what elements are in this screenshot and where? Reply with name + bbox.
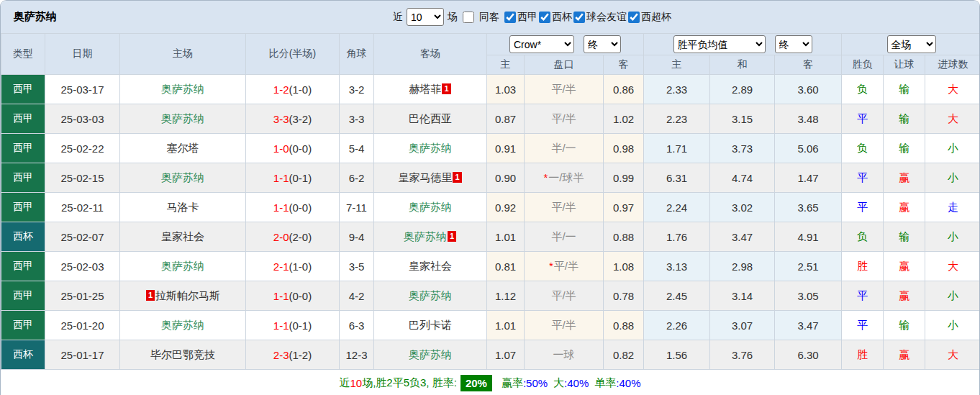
handicap-cell: 平/半 bbox=[525, 104, 604, 134]
spread-result-cell: 输 bbox=[884, 311, 925, 340]
team-name: 奥萨苏纳 bbox=[409, 348, 452, 360]
match-row: 西甲25-02-15奥萨苏纳1-1(0-1)6-2皇家马德里10.90*一/球半… bbox=[1, 163, 980, 193]
score-cell: 1-1(0-0) bbox=[246, 281, 340, 311]
away-team-cell[interactable]: 奥萨苏纳 bbox=[374, 193, 487, 222]
fulltime-score: 1-2 bbox=[273, 83, 289, 96]
same-away-checkbox[interactable] bbox=[463, 12, 474, 23]
team-name: 皇家马德里 bbox=[398, 171, 452, 183]
away-team-cell[interactable]: 皇家马德里1 bbox=[374, 163, 487, 193]
euro-away-odds-cell: 3.47 bbox=[775, 311, 842, 340]
away-team-cell[interactable]: 奥萨苏纳 bbox=[374, 281, 487, 311]
euro-home-odds-cell: 6.31 bbox=[644, 163, 710, 193]
subheader-spread: 让球 bbox=[884, 55, 925, 75]
away-team-cell[interactable]: 奥萨苏纳 bbox=[374, 340, 487, 370]
asian-odds-company-select[interactable]: Crow* bbox=[509, 35, 574, 53]
league-filter[interactable]: 西超杯 bbox=[627, 11, 671, 24]
league-filter[interactable]: 西甲 bbox=[503, 11, 537, 24]
halftime-score: (0-1) bbox=[289, 172, 312, 184]
home-team-cell[interactable]: 1拉斯帕尔马斯 bbox=[120, 281, 246, 311]
away-team-cell[interactable]: 巴伦西亚 bbox=[374, 104, 487, 134]
home-team-cell[interactable]: 毕尔巴鄂竞技 bbox=[120, 340, 246, 370]
goals-result-cell: 小 bbox=[925, 281, 980, 311]
euro-odds-time-select[interactable]: 终 bbox=[775, 35, 812, 53]
corner-cell: 4-2 bbox=[340, 281, 374, 311]
result-cell: 负 bbox=[842, 222, 884, 252]
league-filter-checkbox[interactable] bbox=[539, 12, 550, 23]
result-cell: 负 bbox=[842, 75, 884, 104]
away-team-cell[interactable]: 奥萨苏纳1 bbox=[374, 222, 487, 252]
away-team-cell[interactable]: 皇家社会 bbox=[374, 252, 487, 281]
result-cell: 平 bbox=[842, 193, 884, 222]
league-type-cell: 西杯 bbox=[1, 340, 45, 370]
asian-away-odds-cell: 1.02 bbox=[604, 104, 644, 134]
team-name: 奥萨苏纳 bbox=[161, 319, 204, 331]
home-team-cell[interactable]: 奥萨苏纳 bbox=[120, 75, 246, 104]
away-team-cell[interactable]: 巴列卡诺 bbox=[374, 311, 487, 340]
euro-away-odds-cell: 3.65 bbox=[775, 193, 842, 222]
match-row: 西甲25-02-22塞尔塔1-0(0-0)5-4奥萨苏纳0.91半/一0.981… bbox=[1, 134, 980, 163]
halftime-score: (1-2) bbox=[289, 349, 312, 361]
subheader-euro-home: 主 bbox=[644, 55, 710, 75]
asian-away-odds-cell: 0.88 bbox=[604, 222, 644, 252]
recent-count-select[interactable]: 10 bbox=[407, 8, 444, 26]
asian-home-odds-cell: 0.91 bbox=[487, 134, 525, 163]
euro-draw-odds-cell: 3.02 bbox=[710, 193, 775, 222]
home-team-cell[interactable]: 奥萨苏纳 bbox=[120, 311, 246, 340]
euro-home-odds-cell: 2.24 bbox=[644, 193, 710, 222]
handicap-cell: 平/半 bbox=[525, 193, 604, 222]
euro-away-odds-cell: 3.48 bbox=[775, 104, 842, 134]
page-title: 奥萨苏纳 bbox=[14, 10, 57, 24]
league-filter-checkbox[interactable] bbox=[573, 12, 585, 23]
league-filter-checkbox[interactable] bbox=[504, 12, 516, 23]
euro-home-odds-cell: 2.23 bbox=[644, 104, 710, 134]
asian-home-odds-cell: 0.92 bbox=[487, 193, 525, 222]
home-team-cell[interactable]: 奥萨苏纳 bbox=[120, 252, 246, 281]
away-team-cell[interactable]: 赫塔菲1 bbox=[374, 75, 487, 104]
team-name: 奥萨苏纳 bbox=[161, 260, 204, 272]
home-team-cell[interactable]: 塞尔塔 bbox=[120, 134, 246, 163]
match-table-body: 西甲25-03-17奥萨苏纳1-2(1-0)3-2赫塔菲11.03平/半0.86… bbox=[1, 75, 980, 370]
euro-away-odds-cell: 3.60 bbox=[775, 75, 842, 104]
team-name: 塞尔塔 bbox=[167, 142, 199, 154]
euro-odds-type-select[interactable]: 胜平负均值 bbox=[673, 35, 766, 53]
halftime-score: (0-0) bbox=[289, 201, 312, 214]
goals-result-cell: 小 bbox=[925, 163, 980, 193]
subheader-euro-draw: 和 bbox=[710, 55, 775, 75]
score-cell: 1-1(0-0) bbox=[246, 193, 340, 222]
asian-away-odds-cell: 1.08 bbox=[604, 252, 644, 281]
home-team-cell[interactable]: 奥萨苏纳 bbox=[120, 104, 246, 134]
league-filter[interactable]: 球会友谊 bbox=[572, 11, 627, 24]
league-type-cell: 西甲 bbox=[1, 134, 45, 163]
halftime-score: (1-0) bbox=[289, 260, 312, 273]
footer-summary: 场,胜2平5负3, 胜率: bbox=[362, 376, 457, 390]
home-team-cell[interactable]: 奥萨苏纳 bbox=[120, 163, 246, 193]
corner-cell: 3-2 bbox=[340, 75, 374, 104]
score-cell: 1-0(0-0) bbox=[246, 134, 340, 163]
corner-cell: 3-5 bbox=[340, 252, 374, 281]
score-cell: 2-1(1-0) bbox=[246, 252, 340, 281]
handicap-cell: *一/球半 bbox=[525, 163, 604, 193]
league-filter-checkbox[interactable] bbox=[628, 12, 640, 23]
match-period-select[interactable]: 全场 bbox=[887, 35, 936, 53]
asian-odds-time-select[interactable]: 终 bbox=[584, 35, 621, 53]
column-header-corner: 角球 bbox=[340, 34, 374, 75]
handicap-cell: *平/半 bbox=[525, 252, 604, 281]
euro-away-odds-cell: 2.51 bbox=[775, 252, 842, 281]
date-cell: 25-02-11 bbox=[45, 193, 120, 222]
league-filters: 西甲西杯球会友谊西超杯 bbox=[503, 11, 671, 24]
corner-cell: 6-3 bbox=[340, 311, 374, 340]
match-history-panel: 奥萨苏纳 近 10 场 同客 西甲西杯球会友谊西超杯 类型 日期 主场 比分(半… bbox=[0, 0, 980, 395]
asian-home-odds-cell: 1.03 bbox=[487, 75, 525, 104]
euro-draw-odds-cell: 2.89 bbox=[710, 75, 775, 104]
home-team-cell[interactable]: 马洛卡 bbox=[120, 193, 246, 222]
league-type-cell: 西甲 bbox=[1, 104, 45, 134]
asian-away-odds-cell: 0.98 bbox=[604, 134, 644, 163]
date-cell: 25-02-03 bbox=[45, 252, 120, 281]
corner-cell: 9-4 bbox=[340, 222, 374, 252]
away-team-cell[interactable]: 奥萨苏纳 bbox=[374, 134, 487, 163]
spread-result-cell: 输 bbox=[884, 104, 925, 134]
league-filter[interactable]: 西杯 bbox=[537, 11, 572, 24]
asian-home-odds-cell: 0.90 bbox=[487, 163, 525, 193]
euro-draw-odds-cell: 3.15 bbox=[710, 104, 775, 134]
home-team-cell[interactable]: 皇家社会 bbox=[120, 222, 246, 252]
